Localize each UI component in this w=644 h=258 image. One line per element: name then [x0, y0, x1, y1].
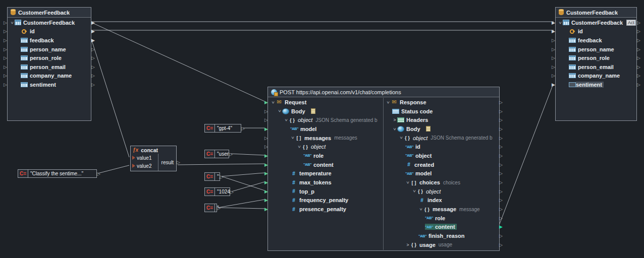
chevron-icon[interactable]: > [278, 109, 282, 114]
output-connector-icon[interactable] [636, 64, 641, 70]
chevron-icon[interactable]: > [297, 144, 302, 149]
request-tree-row[interactable]: > top_p [269, 187, 383, 196]
source-field-row[interactable]: sentiment [8, 80, 91, 89]
chevron-icon[interactable]: > [386, 100, 391, 105]
output-connector-icon[interactable] [91, 38, 95, 43]
output-connector-icon[interactable] [220, 174, 224, 179]
response-tree-row[interactable]: > object [384, 151, 499, 160]
target-component[interactable]: CustomerFeedback > CustomerFeedback Act … [555, 7, 637, 121]
request-tree-row[interactable]: > messages messages [269, 134, 383, 143]
wire-1-to-temperature[interactable] [222, 173, 264, 176]
response-tree-row[interactable]: > Status code [384, 107, 499, 116]
output-connector-icon[interactable] [499, 100, 503, 105]
response-tree-row[interactable]: > Body [384, 124, 499, 134]
input-connector-icon[interactable] [264, 117, 269, 122]
response-tree-row[interactable]: > id [384, 142, 499, 151]
output-connector-icon[interactable] [499, 109, 503, 114]
function-output-result[interactable]: result [158, 154, 176, 171]
target-field-row[interactable]: person_role [556, 53, 636, 62]
chevron-icon[interactable]: > [405, 243, 410, 247]
output-connector-icon[interactable] [499, 216, 503, 221]
source-component-header[interactable]: CustomerFeedback [8, 8, 91, 18]
output-connector-icon[interactable] [91, 47, 95, 52]
constant-0[interactable]: C= "0" [204, 204, 217, 212]
wire-feedback-to-value1[interactable] [91, 39, 129, 157]
output-connector-icon[interactable] [217, 206, 221, 211]
wire-user-to-role[interactable] [231, 154, 264, 155]
constant-1024[interactable]: C= "1024" [204, 187, 230, 196]
input-connector-icon[interactable] [264, 189, 269, 194]
input-connector-icon[interactable] [264, 136, 269, 141]
response-tree-row[interactable]: > object [384, 187, 499, 196]
output-connector-icon[interactable] [499, 180, 503, 185]
target-field-row[interactable]: person_name [556, 45, 636, 54]
output-connector-icon[interactable] [636, 29, 641, 34]
input-connector-icon[interactable] [264, 207, 269, 212]
output-connector-icon[interactable] [636, 82, 641, 87]
source-field-row[interactable]: person_name [8, 45, 91, 54]
input-connector-icon[interactable] [264, 180, 269, 185]
output-connector-icon[interactable] [499, 136, 503, 141]
input-connector-icon[interactable] [551, 20, 556, 25]
wire-classify-to-value2[interactable] [98, 165, 129, 173]
target-field-row[interactable]: feedback [556, 36, 636, 45]
request-tree-row[interactable]: > object [269, 142, 383, 151]
source-table-row[interactable]: > CustomerFeedback [8, 18, 91, 27]
request-tree-row[interactable]: > max_tokens [269, 178, 383, 187]
wire-content-to-sentiment[interactable] [499, 84, 553, 226]
source-field-row[interactable]: company_name [8, 72, 91, 81]
output-connector-icon[interactable] [91, 29, 95, 34]
input-connector-icon[interactable] [3, 55, 8, 60]
input-connector-icon[interactable] [3, 20, 8, 25]
constant-1[interactable]: C= "1" [204, 172, 220, 181]
output-connector-icon[interactable] [499, 233, 503, 238]
action-badge[interactable]: Act [626, 20, 636, 26]
chevron-icon[interactable]: > [419, 207, 423, 212]
input-connector-icon[interactable] [264, 100, 269, 105]
chevron-icon[interactable]: > [291, 136, 295, 141]
wire-0-to-presence-penalty[interactable] [218, 208, 264, 209]
input-connector-icon[interactable] [3, 73, 8, 78]
output-connector-icon[interactable] [636, 55, 641, 60]
output-connector-icon[interactable] [636, 20, 641, 25]
response-tree-row[interactable]: > created [384, 160, 499, 169]
chevron-icon[interactable]: > [271, 100, 276, 105]
input-connector-icon[interactable] [264, 126, 269, 132]
output-connector-icon[interactable] [230, 189, 234, 195]
output-connector-icon[interactable] [91, 82, 95, 87]
output-connector-icon[interactable] [499, 224, 503, 229]
source-field-row[interactable]: person_email [8, 62, 91, 72]
response-tree-row[interactable]: > message message [384, 205, 499, 214]
input-connector-icon[interactable] [551, 64, 556, 70]
input-connector-icon[interactable] [551, 47, 556, 52]
input-connector-icon[interactable] [551, 29, 556, 34]
input-connector-icon[interactable] [132, 156, 135, 160]
chevron-down-icon[interactable]: > [558, 20, 563, 25]
input-connector-icon[interactable] [264, 109, 269, 114]
input-connector-icon[interactable] [264, 153, 269, 158]
webservice-header[interactable]: POST https://api.openai.com/v1/chat/comp… [268, 87, 499, 97]
wire-0-to-frequency-penalty[interactable] [218, 200, 264, 208]
output-connector-icon[interactable] [91, 73, 95, 78]
request-tree-row[interactable]: > model [269, 124, 383, 134]
output-connector-icon[interactable] [229, 152, 233, 157]
target-field-row[interactable]: company_name [556, 72, 636, 81]
input-connector-icon[interactable] [264, 198, 269, 203]
constant-gpt4[interactable]: C= "gpt-4" [204, 124, 241, 133]
input-connector-icon[interactable] [264, 144, 269, 149]
response-tree-row[interactable]: > role [384, 214, 499, 223]
request-tree-row[interactable]: > presence_penalty [269, 205, 383, 214]
request-tree-row[interactable]: > temperature [269, 169, 383, 178]
request-tree-row[interactable]: > Request [269, 98, 383, 107]
chevron-down-icon[interactable]: > [10, 20, 15, 25]
input-connector-icon[interactable] [551, 38, 556, 43]
source-component[interactable]: CustomerFeedback > CustomerFeedback id [7, 7, 91, 121]
wire-table-to-request[interactable] [92, 23, 264, 101]
chevron-icon[interactable]: > [412, 189, 417, 194]
request-tree-row[interactable]: > Body [269, 107, 383, 116]
output-connector-icon[interactable] [96, 171, 101, 176]
output-connector-icon[interactable] [499, 117, 503, 122]
constant-user[interactable]: C= "user" [204, 150, 229, 158]
chevron-icon[interactable]: > [406, 180, 410, 185]
request-tree-row[interactable]: > role [269, 151, 383, 160]
